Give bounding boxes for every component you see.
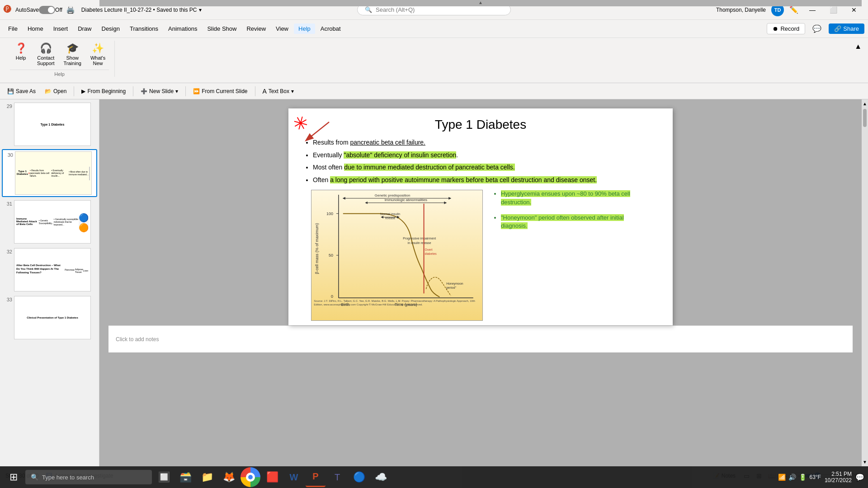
menu-transitions[interactable]: Transitions	[125, 23, 163, 34]
bullet-list: Results from pancreatic beta cell failur…	[302, 138, 659, 184]
menu-bar: File Home Insert Draw Design Transitions…	[0, 20, 868, 38]
taskbar-app2[interactable]: 🔵	[349, 467, 369, 487]
menu-insert[interactable]: Insert	[49, 23, 73, 34]
whats-new-button[interactable]: ✨ What'sNew	[87, 41, 109, 68]
svg-text:Honeymoon: Honeymoon	[446, 282, 463, 286]
slide-thumb-31[interactable]: 31 Immune Mediated Attack of Beta Cells …	[2, 199, 97, 245]
menu-home[interactable]: Home	[23, 23, 48, 34]
svg-text:Genetic predisposition: Genetic predisposition	[375, 193, 410, 197]
show-training-button[interactable]: 🎓 ShowTraining	[60, 41, 85, 68]
record-button[interactable]: ⏺ Record	[767, 23, 805, 34]
slide-thumb-33[interactable]: 33 Clinical Presentation of Type 1 Diabe…	[2, 295, 97, 341]
help-button[interactable]: ❓ Help	[10, 41, 32, 68]
taskbar-search[interactable]: 🔍 Type here to search	[25, 470, 152, 484]
record-icon: ⏺	[773, 25, 778, 32]
scroll-up-arrow[interactable]: ▲	[862, 100, 868, 107]
text-box-button[interactable]: A Text Box ▾	[259, 86, 297, 96]
slide-thumb-29[interactable]: 29 Type 1 Diabetes	[2, 101, 97, 147]
autosave-label: AutoSave	[15, 7, 39, 13]
svg-text:0: 0	[331, 295, 333, 299]
from-current-button[interactable]: ⏩ From Current Slide	[189, 87, 251, 96]
bullet-2: Eventually "absolute" deficiency of insu…	[313, 151, 659, 160]
menu-help[interactable]: Help	[294, 23, 315, 34]
right-bullet-1: Hyperglycemia ensues upon ~80 to 90% bet…	[501, 190, 650, 206]
notification-icon[interactable]: 💬	[855, 473, 864, 482]
slide-thumb-30[interactable]: 30 Type 1 Diabetes ✳ • Results from panc…	[2, 149, 97, 197]
slide-preview-32: After Beta Cell Destruction – What Do Yo…	[14, 248, 91, 291]
pen-icon[interactable]: ✏️	[789, 5, 798, 14]
ribbon-group-label: Help	[10, 70, 109, 77]
from-beginning-button[interactable]: ▶ From Beginning	[78, 87, 129, 96]
comment-button[interactable]: 💬	[809, 23, 825, 35]
user-name: Thompson, Danyelle	[716, 7, 766, 13]
search-icon: 🔍	[365, 6, 372, 13]
menu-review[interactable]: Review	[242, 23, 270, 34]
taskbar-powerpoint[interactable]: P	[306, 467, 326, 487]
menu-draw[interactable]: Draw	[73, 23, 96, 34]
taskbar-app1[interactable]: 🟥	[262, 467, 282, 487]
svg-line-0	[307, 122, 329, 140]
svg-text:release: release	[385, 216, 396, 220]
taskbar-explorer[interactable]: 📁	[197, 467, 217, 487]
svg-text:Progressive impairment: Progressive impairment	[403, 237, 436, 241]
drawn-arrow	[293, 113, 347, 149]
contact-support-button[interactable]: 🎧 ContactSupport	[33, 41, 58, 68]
notes-area[interactable]: Click to add notes	[108, 325, 853, 352]
main-content: 29 Type 1 Diabetes 30 Type 1 Diabetes ✳ …	[0, 99, 868, 466]
menu-acrobat[interactable]: Acrobat	[316, 23, 345, 34]
network-icon[interactable]: 📶	[778, 474, 786, 481]
new-slide-chevron[interactable]: ▾	[175, 88, 178, 94]
slide-num-31: 31	[3, 201, 12, 206]
slide-num-30: 30	[4, 152, 13, 158]
taskbar-teams[interactable]: T	[327, 467, 347, 487]
search-input[interactable]	[376, 6, 503, 13]
filename-chevron[interactable]: ▾	[199, 7, 202, 13]
right-scrollbar[interactable]: ▲ ▼	[862, 99, 868, 466]
scroll-thumb[interactable]	[863, 109, 867, 127]
slide-editor: ▲ ✳ Type 1 Diabetes Results from pancrea…	[99, 99, 862, 466]
slide-preview-31: Immune Mediated Attack of Beta Cells • G…	[14, 200, 91, 244]
slide-preview-33: Clinical Presentation of Type 1 Diabetes	[14, 296, 91, 339]
ribbon-collapse-button[interactable]: ▲	[853, 41, 863, 52]
text-box-chevron[interactable]: ▾	[291, 88, 294, 94]
slide-canvas[interactable]: ✳ Type 1 Diabetes Results from pancreati…	[288, 108, 673, 325]
share-button[interactable]: 🔗 Share	[829, 23, 864, 34]
volume-icon[interactable]: 🔊	[788, 474, 796, 481]
ribbon-group-help: ❓ Help 🎧 ContactSupport 🎓 ShowTraining ✨…	[5, 41, 115, 77]
taskbar-word[interactable]: W	[284, 467, 304, 487]
menu-design[interactable]: Design	[97, 23, 124, 34]
taskbar-widget[interactable]: 🗃️	[175, 467, 195, 487]
notes-placeholder: Click to add notes	[116, 336, 159, 343]
menu-slideshow[interactable]: Slide Show	[203, 23, 241, 34]
taskbar-firefox[interactable]: 🦊	[219, 467, 239, 487]
start-button[interactable]: ⊞	[4, 467, 24, 487]
temp-display: 63°F	[809, 474, 821, 480]
toolbar-separator	[74, 86, 74, 96]
taskbar-onedrive[interactable]: ☁️	[371, 467, 391, 487]
slide-thumb-32[interactable]: 32 After Beta Cell Destruction – What Do…	[2, 247, 97, 293]
toolbar: 💾 Save As 📂 Open ▶ From Beginning ➕ New …	[0, 83, 868, 99]
right-bullet-2: "Honeymoon" period often observed after …	[501, 214, 650, 230]
svg-text:Immunologic abnormalities: Immunologic abnormalities	[385, 198, 427, 202]
toolbar-separator-4	[255, 86, 255, 96]
scroll-down-arrow[interactable]: ▼	[862, 459, 868, 465]
menu-view[interactable]: View	[271, 23, 293, 34]
battery-icon[interactable]: 🔋	[799, 474, 807, 481]
slide-preview-29: Type 1 Diabetes	[14, 103, 91, 146]
menu-file[interactable]: File	[4, 23, 22, 34]
app-logo: 🅟	[4, 5, 12, 14]
bullet-3-highlight: due to immune mediated destruction of pa…	[344, 164, 514, 171]
clock[interactable]: 2:51 PM 10/27/2022	[825, 471, 852, 483]
print-icon[interactable]: 🖨️	[66, 5, 75, 14]
toolbar-separator-2	[133, 86, 133, 96]
save-as-button[interactable]: 💾 Save As	[4, 87, 39, 96]
taskbar-chrome[interactable]	[241, 467, 260, 487]
help-icon: ❓	[15, 42, 27, 54]
open-button[interactable]: 📂 Open	[41, 87, 70, 96]
svg-text:Overt: Overt	[425, 248, 433, 251]
taskbar-task-view[interactable]: 🔲	[154, 467, 174, 487]
autosave-toggle[interactable]	[39, 6, 55, 14]
new-slide-button[interactable]: ➕ New Slide ▾	[137, 87, 182, 96]
whats-new-icon: ✨	[92, 42, 104, 54]
menu-animations[interactable]: Animations	[164, 23, 202, 34]
